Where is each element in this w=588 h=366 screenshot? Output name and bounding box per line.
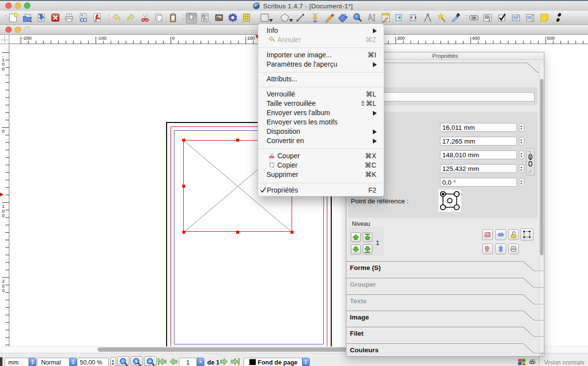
svg-text:OK: OK (471, 16, 476, 20)
svg-text:500: 500 (547, 35, 555, 41)
svg-text:1: 1 (135, 359, 138, 364)
svg-text:−: − (122, 359, 124, 364)
svg-text:0: 0 (172, 35, 174, 41)
svg-text:100: 100 (247, 35, 255, 41)
svg-text:-200: -200 (22, 35, 31, 41)
svg-text:+: + (149, 359, 151, 364)
svg-text:0: 0 (2, 288, 4, 293)
svg-text:300: 300 (397, 35, 405, 41)
svg-text:0: 0 (2, 128, 4, 134)
svg-text:0: 0 (2, 213, 4, 218)
svg-text:0: 0 (2, 66, 4, 72)
svg-text:-100: -100 (97, 35, 106, 41)
svg-text:400: 400 (472, 35, 480, 41)
